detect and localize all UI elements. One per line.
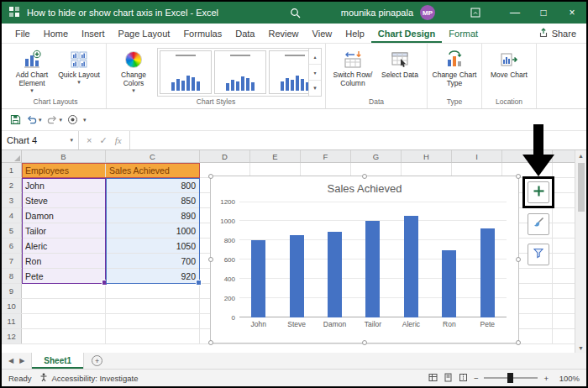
cell[interactable]: 1000 [106,223,200,238]
add-sheet-button[interactable]: + [92,355,102,366]
tab-insert[interactable]: Insert [75,24,112,43]
chart-bar[interactable] [251,240,265,317]
tab-help[interactable]: Help [339,24,371,43]
user-name[interactable]: mounika pinapala [341,8,413,18]
chart-resize-handle[interactable] [208,174,213,179]
cell[interactable]: Ron [22,254,106,268]
row-header[interactable]: 3 [2,193,22,207]
embedded-chart[interactable]: Sales Achieved 1200 1000 800 600 400 200… [210,176,519,343]
view-page-break-icon[interactable] [459,373,468,384]
chart-title[interactable]: Sales Achieved [211,182,518,195]
search-icon[interactable] [290,8,301,18]
cell[interactable]: Sales Achieved [106,163,200,177]
name-box[interactable]: Chart 4 ▾ [2,131,79,149]
chart-bar[interactable] [365,221,380,317]
customize-qat-button[interactable]: ▾ [83,117,87,123]
select-all-button[interactable] [2,150,22,162]
scrollbar-thumb[interactable] [578,163,585,212]
chart-resize-handle[interactable] [362,340,367,345]
cell[interactable]: Damon [22,208,106,223]
cell[interactable] [22,299,106,313]
change-colors-button[interactable]: Change Colors ▾ [110,45,157,95]
sheet-nav-left-icon[interactable]: ◀ [8,357,13,364]
enter-button[interactable]: ✓ [99,135,107,146]
chart-bar[interactable] [290,235,304,317]
tab-chart-design[interactable]: Chart Design [371,24,442,43]
zoom-slider-thumb[interactable] [507,373,513,383]
chart-bar[interactable] [480,228,495,317]
tab-review[interactable]: Review [261,24,305,43]
cell[interactable] [106,314,200,328]
chart-resize-handle[interactable] [208,257,213,262]
cell[interactable]: Pete [22,269,106,283]
minimize-button[interactable]: — [501,2,529,24]
move-chart-button[interactable]: Move Chart [486,45,533,79]
chart-style-thumbnail[interactable] [214,50,266,94]
chart-elements-button[interactable] [528,181,549,203]
column-header[interactable]: F [301,150,351,162]
row-header[interactable]: 9 [2,284,22,298]
row-header[interactable]: 8 [2,269,22,283]
chart-style-thumbnail[interactable] [160,50,212,94]
column-header[interactable]: D [200,150,250,162]
tab-format[interactable]: Format [442,24,485,43]
cell[interactable] [22,314,106,328]
row-header[interactable]: 1 [2,163,22,177]
column-header[interactable]: G [351,150,402,162]
chart-resize-handle[interactable] [516,174,521,179]
chart-style-thumbnail[interactable] [269,50,308,94]
sheet-tab-sheet1[interactable]: Sheet1 [31,353,84,369]
cell[interactable]: 850 [106,193,200,207]
switch-row-column-button[interactable]: Switch Row/ Column [329,45,376,87]
undo-button[interactable]: ▾ [26,114,42,125]
row-header[interactable]: 6 [2,239,22,253]
row-header[interactable]: 2 [2,178,22,192]
save-button[interactable] [10,114,21,125]
zoom-out-button[interactable]: − [474,374,479,383]
cell[interactable]: Aleric [22,239,106,253]
change-chart-type-button[interactable]: Change Chart Type [431,45,478,87]
row-header[interactable]: 4 [2,208,22,223]
cell[interactable] [106,329,200,343]
tab-formulas[interactable]: Formulas [176,24,228,43]
chart-bar[interactable] [442,250,456,318]
row-header[interactable]: 7 [2,254,22,268]
row-header[interactable]: 12 [2,329,22,343]
gallery-up-button[interactable]: ▴ [309,49,321,65]
cell[interactable]: Steve [22,193,106,207]
select-data-button[interactable]: Select Data [376,45,423,79]
tab-page-layout[interactable]: Page Layout [112,24,177,43]
share-button[interactable]: Share [538,24,576,43]
chart-bar[interactable] [404,216,418,317]
avatar[interactable]: MP [420,5,435,20]
cell[interactable]: John [22,178,106,192]
cell[interactable]: Employees [22,163,106,177]
accessibility-checker[interactable]: Accessibility: Investigate [39,373,138,384]
chart-styles-button[interactable] [528,213,549,235]
row-header[interactable]: 10 [2,299,22,313]
cell[interactable]: 1050 [106,239,200,253]
insert-function-button[interactable]: fx [115,135,122,145]
zoom-slider[interactable] [484,377,538,379]
chart-resize-handle[interactable] [362,174,367,179]
column-header[interactable]: E [250,150,301,162]
vertical-scrollbar[interactable]: ▲ ▼ [575,150,586,353]
row-header[interactable]: 5 [2,223,22,238]
add-chart-element-button[interactable]: Add Chart Element ▾ [8,45,55,95]
cancel-button[interactable]: × [87,135,92,145]
cell[interactable] [22,284,106,298]
maximize-button[interactable]: □ [529,2,558,24]
sheet-nav-right-icon[interactable]: ▶ [19,357,24,364]
chart-bar[interactable] [328,232,342,317]
cell[interactable] [106,299,200,313]
redo-button[interactable]: ▾ [47,114,63,125]
tab-home[interactable]: Home [37,24,75,43]
chart-resize-handle[interactable] [516,340,521,345]
cell[interactable]: 700 [106,254,200,268]
zoom-level[interactable]: 100% [554,374,580,383]
tab-view[interactable]: View [306,24,339,43]
cell[interactable]: 890 [106,208,200,223]
cell[interactable] [22,329,106,343]
cell[interactable]: Tailor [22,223,106,238]
ribbon-display-options-icon[interactable] [470,8,480,18]
